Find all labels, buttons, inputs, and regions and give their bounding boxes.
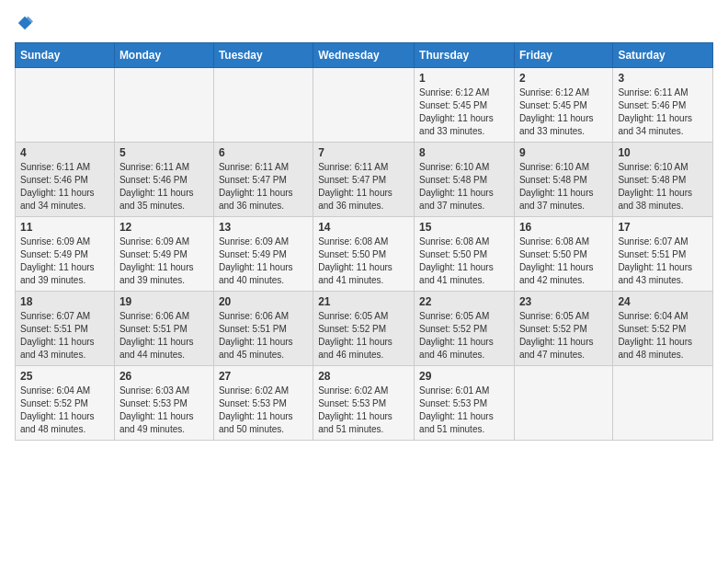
day-detail: Sunrise: 6:06 AM Sunset: 5:51 PM Dayligh…: [119, 310, 209, 362]
day-detail: Sunrise: 6:09 AM Sunset: 5:49 PM Dayligh…: [119, 236, 209, 287]
day-number: 2: [519, 72, 608, 85]
day-detail: Sunrise: 6:08 AM Sunset: 5:50 PM Dayligh…: [519, 236, 608, 287]
calendar-cell: 1Sunrise: 6:12 AM Sunset: 5:45 PM Daylig…: [415, 68, 515, 143]
day-detail: Sunrise: 6:09 AM Sunset: 5:49 PM Dayligh…: [20, 236, 109, 287]
day-detail: Sunrise: 6:07 AM Sunset: 5:51 PM Dayligh…: [618, 236, 708, 287]
calendar-cell: 27Sunrise: 6:02 AM Sunset: 5:53 PM Dayli…: [213, 366, 313, 441]
header-friday: Friday: [514, 43, 612, 68]
calendar-cell: [213, 68, 313, 143]
day-number: 29: [419, 370, 509, 383]
day-detail: Sunrise: 6:11 AM Sunset: 5:46 PM Dayligh…: [119, 161, 209, 213]
day-number: 25: [20, 370, 109, 383]
day-detail: Sunrise: 6:07 AM Sunset: 5:51 PM Dayligh…: [20, 310, 109, 362]
day-number: 16: [519, 221, 608, 234]
day-detail: Sunrise: 6:09 AM Sunset: 5:49 PM Dayligh…: [219, 236, 308, 287]
calendar-cell: 14Sunrise: 6:08 AM Sunset: 5:50 PM Dayli…: [313, 217, 415, 292]
header-monday: Monday: [114, 43, 213, 68]
day-detail: Sunrise: 6:11 AM Sunset: 5:47 PM Dayligh…: [219, 161, 308, 213]
day-detail: Sunrise: 6:11 AM Sunset: 5:46 PM Dayligh…: [618, 86, 708, 138]
calendar-cell: 6Sunrise: 6:11 AM Sunset: 5:47 PM Daylig…: [213, 143, 313, 217]
day-number: 9: [519, 146, 608, 159]
day-number: 24: [618, 295, 708, 308]
day-detail: Sunrise: 6:05 AM Sunset: 5:52 PM Dayligh…: [419, 310, 509, 362]
day-detail: Sunrise: 6:12 AM Sunset: 5:45 PM Dayligh…: [519, 86, 608, 138]
day-detail: Sunrise: 6:05 AM Sunset: 5:52 PM Dayligh…: [519, 310, 608, 362]
day-detail: Sunrise: 6:01 AM Sunset: 5:53 PM Dayligh…: [419, 385, 509, 436]
header-sunday: Sunday: [16, 43, 115, 68]
calendar-cell: 16Sunrise: 6:08 AM Sunset: 5:50 PM Dayli…: [514, 217, 612, 292]
header-tuesday: Tuesday: [213, 43, 313, 68]
day-detail: Sunrise: 6:10 AM Sunset: 5:48 PM Dayligh…: [419, 161, 509, 213]
day-number: 8: [419, 146, 509, 159]
day-number: 15: [419, 221, 509, 234]
day-detail: Sunrise: 6:04 AM Sunset: 5:52 PM Dayligh…: [20, 385, 109, 436]
calendar-cell: 26Sunrise: 6:03 AM Sunset: 5:53 PM Dayli…: [114, 366, 213, 441]
calendar-cell: [514, 366, 612, 441]
calendar-cell: 9Sunrise: 6:10 AM Sunset: 5:48 PM Daylig…: [514, 143, 612, 217]
day-number: 26: [119, 370, 209, 383]
calendar-week-row: 18Sunrise: 6:07 AM Sunset: 5:51 PM Dayli…: [16, 292, 713, 366]
calendar-cell: 15Sunrise: 6:08 AM Sunset: 5:50 PM Dayli…: [415, 217, 515, 292]
day-number: 27: [219, 370, 308, 383]
day-number: 7: [318, 146, 409, 159]
day-number: 21: [318, 295, 409, 308]
calendar-cell: 21Sunrise: 6:05 AM Sunset: 5:52 PM Dayli…: [313, 292, 415, 366]
day-number: 1: [419, 72, 509, 85]
calendar-table: SundayMondayTuesdayWednesdayThursdayFrid…: [15, 42, 713, 441]
day-number: 3: [618, 72, 708, 85]
calendar-cell: 10Sunrise: 6:10 AM Sunset: 5:48 PM Dayli…: [613, 143, 713, 217]
day-number: 22: [419, 295, 509, 308]
calendar-cell: 13Sunrise: 6:09 AM Sunset: 5:49 PM Dayli…: [213, 217, 313, 292]
calendar-cell: 25Sunrise: 6:04 AM Sunset: 5:52 PM Dayli…: [16, 366, 115, 441]
day-detail: Sunrise: 6:08 AM Sunset: 5:50 PM Dayligh…: [419, 236, 509, 287]
calendar-cell: 2Sunrise: 6:12 AM Sunset: 5:45 PM Daylig…: [514, 68, 612, 143]
day-detail: Sunrise: 6:05 AM Sunset: 5:52 PM Dayligh…: [318, 310, 409, 362]
calendar-cell: 17Sunrise: 6:07 AM Sunset: 5:51 PM Dayli…: [613, 217, 713, 292]
calendar-cell: [16, 68, 115, 143]
calendar-cell: 20Sunrise: 6:06 AM Sunset: 5:51 PM Dayli…: [213, 292, 313, 366]
calendar-week-row: 25Sunrise: 6:04 AM Sunset: 5:52 PM Dayli…: [16, 366, 713, 441]
day-number: 10: [618, 146, 708, 159]
day-number: 23: [519, 295, 608, 308]
calendar-cell: 23Sunrise: 6:05 AM Sunset: 5:52 PM Dayli…: [514, 292, 612, 366]
day-number: 13: [219, 221, 308, 234]
header-saturday: Saturday: [613, 43, 713, 68]
calendar-cell: 22Sunrise: 6:05 AM Sunset: 5:52 PM Dayli…: [415, 292, 515, 366]
calendar-cell: 3Sunrise: 6:11 AM Sunset: 5:46 PM Daylig…: [613, 68, 713, 143]
header: [15, 15, 713, 31]
header-wednesday: Wednesday: [313, 43, 415, 68]
day-detail: Sunrise: 6:10 AM Sunset: 5:48 PM Dayligh…: [618, 161, 708, 213]
calendar-cell: [313, 68, 415, 143]
day-detail: Sunrise: 6:03 AM Sunset: 5:53 PM Dayligh…: [119, 385, 209, 436]
calendar-cell: 28Sunrise: 6:02 AM Sunset: 5:53 PM Dayli…: [313, 366, 415, 441]
day-detail: Sunrise: 6:08 AM Sunset: 5:50 PM Dayligh…: [318, 236, 409, 287]
calendar-cell: 8Sunrise: 6:10 AM Sunset: 5:48 PM Daylig…: [415, 143, 515, 217]
day-number: 5: [119, 146, 209, 159]
day-number: 19: [119, 295, 209, 308]
day-number: 18: [20, 295, 109, 308]
day-number: 17: [618, 221, 708, 234]
day-number: 14: [318, 221, 409, 234]
day-number: 28: [318, 370, 409, 383]
day-number: 4: [20, 146, 109, 159]
day-detail: Sunrise: 6:06 AM Sunset: 5:51 PM Dayligh…: [219, 310, 308, 362]
day-detail: Sunrise: 6:02 AM Sunset: 5:53 PM Dayligh…: [219, 385, 308, 436]
calendar-cell: 11Sunrise: 6:09 AM Sunset: 5:49 PM Dayli…: [16, 217, 115, 292]
calendar-cell: [114, 68, 213, 143]
day-detail: Sunrise: 6:02 AM Sunset: 5:53 PM Dayligh…: [318, 385, 409, 436]
day-number: 20: [219, 295, 308, 308]
logo: [15, 15, 33, 31]
day-number: 11: [20, 221, 109, 234]
day-detail: Sunrise: 6:10 AM Sunset: 5:48 PM Dayligh…: [519, 161, 608, 213]
calendar-cell: 7Sunrise: 6:11 AM Sunset: 5:47 PM Daylig…: [313, 143, 415, 217]
day-number: 12: [119, 221, 209, 234]
calendar-cell: 4Sunrise: 6:11 AM Sunset: 5:46 PM Daylig…: [16, 143, 115, 217]
calendar-cell: 24Sunrise: 6:04 AM Sunset: 5:52 PM Dayli…: [613, 292, 713, 366]
day-detail: Sunrise: 6:04 AM Sunset: 5:52 PM Dayligh…: [618, 310, 708, 362]
calendar-header-row: SundayMondayTuesdayWednesdayThursdayFrid…: [16, 43, 713, 68]
calendar-cell: 5Sunrise: 6:11 AM Sunset: 5:46 PM Daylig…: [114, 143, 213, 217]
calendar-cell: 19Sunrise: 6:06 AM Sunset: 5:51 PM Dayli…: [114, 292, 213, 366]
calendar-week-row: 1Sunrise: 6:12 AM Sunset: 5:45 PM Daylig…: [16, 68, 713, 143]
header-thursday: Thursday: [415, 43, 515, 68]
day-detail: Sunrise: 6:12 AM Sunset: 5:45 PM Dayligh…: [419, 86, 509, 138]
